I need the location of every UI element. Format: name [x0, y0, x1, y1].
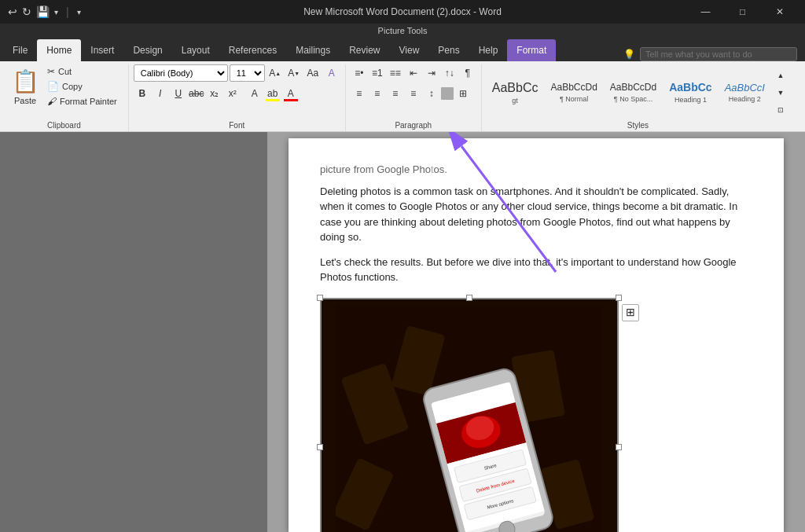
italic-button[interactable]: I: [152, 85, 169, 102]
sort-button[interactable]: ↑↓: [441, 64, 458, 82]
paragraph-group: ≡• ≡1 ≡≡ ⇤ ⇥ ↑↓ ¶ ≡ ≡ ≡ ≡ ↕ ⊞ Paragraph: [346, 64, 482, 131]
handle-top-right[interactable]: [616, 295, 622, 301]
copy-button[interactable]: 📄 Copy: [44, 79, 120, 94]
styles-label: Styles: [482, 121, 794, 130]
copy-label: Copy: [62, 82, 83, 91]
style-no-space[interactable]: AaBbCcDd ¶ No Spac...: [605, 79, 662, 105]
style-normal-label: ¶ Normal: [560, 95, 588, 103]
ribbon-tabs: File Home Insert Design Layout Reference…: [0, 38, 805, 61]
styles-expand[interactable]: ⊡: [772, 101, 789, 119]
align-center-button[interactable]: ≡: [369, 85, 386, 102]
tab-view[interactable]: View: [390, 39, 429, 61]
tab-help[interactable]: Help: [469, 39, 508, 61]
paste-button[interactable]: 📋 Paste: [8, 64, 42, 107]
format-painter-button[interactable]: 🖌 Format Painter: [44, 94, 120, 108]
doc-area: picture from Google Photos. Deleting pho…: [267, 132, 805, 532]
qa-dropdown-icon[interactable]: ▾: [54, 8, 58, 17]
redo-icon[interactable]: ↻: [22, 6, 31, 18]
layout-options-button[interactable]: ⊞: [622, 304, 639, 321]
line-spacing-button[interactable]: ↕: [423, 85, 440, 102]
underline-button[interactable]: U: [170, 85, 187, 102]
justify-button[interactable]: ≡: [405, 85, 422, 102]
tab-review[interactable]: Review: [340, 39, 389, 61]
truncated-text: picture from Google Photos.: [320, 162, 752, 178]
font-size-select[interactable]: 11: [230, 64, 265, 82]
handle-middle-left[interactable]: [317, 444, 323, 450]
clipboard-group: 📋 Paste ✂ Cut 📄 Copy 🖌 Format Painter Cl…: [3, 64, 129, 131]
style-gt-label: gt: [512, 97, 518, 105]
shading-button[interactable]: [441, 87, 454, 100]
decrease-font-button[interactable]: A▼: [285, 64, 303, 82]
truncated-content: picture from Google Photos.: [320, 163, 447, 175]
increase-indent-button[interactable]: ⇥: [423, 64, 440, 82]
undo-icon[interactable]: ↩: [8, 6, 17, 18]
font-label: Font: [129, 121, 345, 130]
close-button[interactable]: ✕: [762, 0, 797, 24]
tab-references[interactable]: References: [219, 39, 286, 61]
clear-format-button[interactable]: A: [246, 85, 263, 102]
tab-format[interactable]: Format: [507, 39, 556, 61]
numbering-button[interactable]: ≡1: [369, 64, 386, 82]
style-heading2[interactable]: AaBbCcI Heading 2: [719, 79, 770, 106]
minimize-button[interactable]: —: [688, 0, 723, 24]
left-panel: [0, 132, 267, 532]
style-normal[interactable]: AaBbCcDd ¶ Normal: [545, 79, 602, 105]
style-no-space-preview: AaBbCcDd: [610, 82, 656, 93]
styles-scroll-up[interactable]: ▲: [772, 67, 789, 84]
tab-file[interactable]: File: [3, 39, 37, 61]
style-heading1[interactable]: AaBbCc Heading 1: [663, 79, 717, 106]
quick-access-toolbar: ↩ ↻ 💾 ▾ | ▾: [8, 6, 81, 18]
format-painter-icon: 🖌: [47, 96, 57, 107]
cut-button[interactable]: ✂ Cut: [44, 64, 120, 79]
list-btn-row: ≡• ≡1 ≡≡ ⇤ ⇥ ↑↓ ¶: [351, 64, 476, 82]
lightbulb-icon: 💡: [623, 49, 635, 60]
borders-button[interactable]: ⊞: [454, 85, 472, 102]
styles-scroll-down[interactable]: ▼: [772, 84, 789, 101]
title-bar: ↩ ↻ 💾 ▾ | ▾ New Microsoft Word Document …: [0, 0, 805, 24]
decrease-indent-button[interactable]: ⇤: [405, 64, 422, 82]
superscript-button[interactable]: x²: [224, 85, 241, 102]
tab-mailings[interactable]: Mailings: [286, 39, 340, 61]
maximize-button[interactable]: □: [725, 0, 760, 24]
strikethrough-button[interactable]: abc: [188, 85, 205, 102]
qa-extra-icon[interactable]: ▾: [77, 8, 81, 17]
ribbon-content: 📋 Paste ✂ Cut 📄 Copy 🖌 Format Painter Cl…: [0, 61, 805, 132]
tab-layout[interactable]: Layout: [172, 39, 219, 61]
copy-icon: 📄: [47, 81, 59, 92]
highlight-color-button[interactable]: ab: [264, 85, 281, 102]
tab-home[interactable]: Home: [37, 39, 81, 61]
tab-pens[interactable]: Pens: [428, 39, 469, 61]
handle-middle-right[interactable]: [616, 444, 622, 450]
change-case-button[interactable]: Aa: [304, 64, 322, 82]
selected-image-container[interactable]: Share Delete from device More options: [320, 298, 619, 533]
tell-me-input[interactable]: [640, 47, 797, 61]
subscript-button[interactable]: x₂: [206, 85, 223, 102]
style-gt[interactable]: AaBbCc gt: [487, 78, 544, 107]
phone-svg: Share Delete from device More options: [336, 306, 603, 533]
styles-group: AaBbCc gt AaBbCcDd ¶ Normal AaBbCcDd ¶ N…: [482, 64, 794, 131]
handle-top-left[interactable]: [317, 295, 323, 301]
style-heading1-preview: AaBbCc: [669, 81, 711, 94]
align-left-button[interactable]: ≡: [351, 85, 368, 102]
bullets-button[interactable]: ≡•: [351, 64, 368, 82]
paste-label: Paste: [14, 96, 36, 105]
document-title: New Microsoft Word Document (2).docx - W…: [303, 6, 502, 17]
font-color-button[interactable]: A: [282, 85, 300, 102]
document-page: picture from Google Photos. Deleting pho…: [289, 138, 784, 532]
cut-icon: ✂: [47, 66, 55, 77]
styles-gallery: AaBbCc gt AaBbCcDd ¶ Normal AaBbCcDd ¶ N…: [487, 78, 770, 118]
tab-design[interactable]: Design: [123, 39, 171, 61]
save-icon[interactable]: 💾: [36, 6, 50, 18]
align-right-button[interactable]: ≡: [387, 85, 404, 102]
tab-insert[interactable]: Insert: [81, 39, 123, 61]
main-area: picture from Google Photos. Deleting pho…: [0, 132, 805, 532]
bold-button[interactable]: B: [134, 85, 151, 102]
multilevel-list-button[interactable]: ≡≡: [387, 64, 404, 82]
picture-tools-bar: Picture Tools: [0, 24, 805, 38]
handle-top-middle[interactable]: [466, 295, 472, 301]
show-hide-button[interactable]: ¶: [459, 64, 476, 82]
font-family-select[interactable]: Calibri (Body): [134, 64, 228, 82]
align-btn-row: ≡ ≡ ≡ ≡ ↕ ⊞: [351, 85, 472, 102]
increase-font-button[interactable]: A▲: [266, 64, 284, 82]
text-effects-button[interactable]: A: [323, 64, 340, 82]
